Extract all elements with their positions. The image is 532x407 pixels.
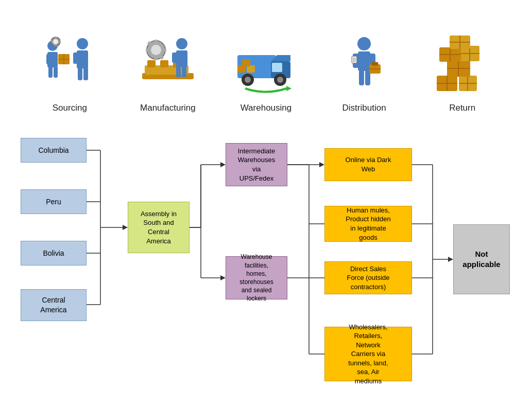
svg-rect-14 [83, 67, 88, 80]
svg-point-27 [151, 45, 161, 55]
sourcing-icon [39, 32, 100, 99]
svg-rect-12 [82, 52, 87, 64]
svg-rect-3 [54, 54, 58, 64]
warehousing-icon [235, 32, 297, 99]
distribution-icon [333, 32, 395, 99]
wholesalers-box: Wholesalers, Retailers, Network Carriers… [324, 327, 412, 381]
svg-rect-55 [359, 70, 364, 85]
svg-rect-50 [242, 59, 250, 66]
svg-rect-2 [46, 54, 50, 64]
svg-marker-96 [220, 275, 226, 280]
svg-rect-48 [237, 65, 246, 73]
svg-rect-49 [247, 65, 255, 73]
svg-rect-13 [78, 67, 82, 80]
human-mules-box: Human mules, Product hidden in legitimat… [324, 206, 412, 242]
svg-rect-24 [160, 60, 168, 67]
svg-point-34 [176, 38, 187, 49]
peru-box: Peru [21, 189, 87, 214]
distribution-icon-item: Distribution [323, 32, 405, 113]
svg-marker-92 [220, 162, 226, 167]
central-america-box: Central America [21, 289, 87, 321]
icons-row: Sourcing [0, 0, 532, 113]
svg-rect-58 [372, 62, 378, 65]
svg-marker-98 [319, 162, 324, 167]
svg-rect-31 [162, 48, 166, 51]
svg-rect-20 [58, 40, 60, 43]
svg-marker-88 [123, 225, 128, 230]
main-container: Sourcing [0, 0, 532, 407]
svg-point-51 [357, 37, 371, 50]
svg-rect-19 [51, 40, 53, 43]
warehouse-fac-box: Warehouse facilities, homes, storehouses… [226, 256, 287, 299]
svg-rect-17 [54, 37, 57, 39]
svg-rect-52 [358, 51, 370, 71]
assembly-box: Assembly in South and Central America [128, 202, 190, 253]
svg-rect-11 [73, 52, 78, 64]
svg-rect-5 [54, 66, 58, 78]
svg-rect-4 [48, 66, 53, 78]
manufacturing-icon [137, 32, 199, 99]
distribution-label: Distribution [342, 103, 386, 113]
svg-point-16 [53, 39, 58, 44]
sourcing-icon-item: Sourcing [28, 32, 111, 113]
return-icon-item: Return [421, 32, 504, 113]
manufacturing-label: Manufacturing [140, 103, 196, 113]
online-dark-web-box: Online via Dark Web [324, 148, 412, 181]
svg-rect-18 [54, 44, 57, 46]
manufacturing-icon-item: Manufacturing [127, 32, 209, 113]
svg-rect-37 [176, 66, 181, 77]
svg-rect-23 [147, 60, 156, 67]
direct-sales-box: Direct Sales Force (outside contractors) [324, 261, 412, 294]
sourcing-label: Sourcing [53, 103, 87, 113]
svg-rect-28 [155, 40, 158, 44]
return-label: Return [449, 103, 475, 113]
svg-rect-35 [176, 50, 187, 67]
svg-marker-47 [286, 86, 291, 91]
columbia-box: Columbia [21, 138, 87, 163]
svg-rect-29 [155, 56, 158, 60]
svg-rect-30 [146, 48, 150, 51]
warehousing-icon-item: Warehousing [225, 32, 307, 113]
bolivia-box: Bolivia [21, 241, 87, 266]
svg-point-9 [77, 38, 88, 49]
svg-marker-115 [448, 257, 453, 262]
svg-rect-36 [172, 52, 177, 63]
warehousing-label: Warehousing [241, 103, 292, 113]
flow-area: Columbia Peru Bolivia Central America As… [0, 123, 532, 407]
not-applicable-box: Not applicable [453, 224, 510, 294]
svg-rect-41 [272, 63, 282, 72]
return-icon [432, 32, 493, 99]
intermediate-wh-box: Intermediate Warehouses via UPS/Fedex [226, 143, 287, 186]
svg-point-44 [245, 77, 251, 83]
svg-rect-38 [182, 66, 186, 77]
svg-point-46 [277, 77, 283, 83]
